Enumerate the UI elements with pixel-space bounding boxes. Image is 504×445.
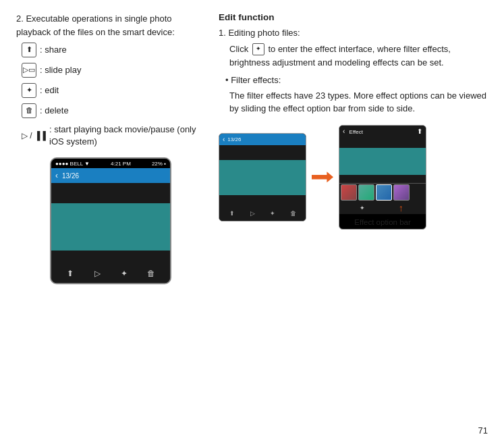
ec-teal-area: [339, 148, 426, 175]
effect-phone: ‹ Effect ⬆: [339, 125, 426, 230]
click-word: Click: [229, 44, 248, 54]
cursor-icon: ↑: [399, 203, 403, 213]
screenshot-phone-left: ‹ 13/26 ⬆ ▷ ✦ 🗑: [219, 133, 306, 221]
edit-icon: ✦: [22, 83, 36, 98]
signal-text: ●●●● BELL ▼: [55, 161, 90, 167]
sp-delete-icon: 🗑: [287, 208, 298, 219]
phone-toolbar: ⬆ ▷ ✦ 🗑: [51, 264, 170, 283]
edit-function-title: Edit function: [219, 12, 488, 22]
item1-description: Click ✦ to enter the effect interface, w…: [229, 43, 488, 70]
play-pause-label: : start playing back movie/pause (only i…: [49, 124, 205, 148]
play-pause-icon: ▷ / ▐▐: [22, 130, 46, 142]
status-bar: ●●●● BELL ▼ 4:21 PM 22% ▪: [51, 159, 170, 168]
filter-effects-bullet: • Filter effects:: [225, 75, 488, 85]
effect-option-bar-caption: Effect option bar: [339, 217, 426, 229]
filter-thumb-2: [358, 184, 374, 201]
phone-mockup-left: ●●●● BELL ▼ 4:21 PM 22% ▪ ‹ 13/26 ⬆ ▷ ✦ …: [50, 157, 171, 284]
effect-nav-bar: ‹ Effect ⬆: [339, 126, 426, 137]
sp-toolbar: ⬆ ▷ ✦ 🗑: [219, 206, 306, 221]
effect-nav-right-icon: ⬆: [417, 128, 422, 135]
sp-edit-icon: ✦: [267, 208, 278, 219]
photo-top-black: [51, 183, 170, 203]
numbered-item-2: 2. Executable operations in single photo…: [16, 12, 205, 38]
left-column: 2. Executable operations in single photo…: [16, 12, 212, 433]
edit-label: : edit: [40, 84, 59, 97]
nav-title: 13/26: [62, 172, 79, 180]
time-text: 4:21 PM: [111, 161, 131, 167]
sp-slide-icon: ▷: [247, 208, 258, 219]
right-column: Edit function 1. Editing photo files: Cl…: [212, 12, 488, 433]
right-arrow-icon: [312, 172, 333, 182]
arrow-container: [310, 172, 335, 182]
sp-share-icon: ⬆: [227, 208, 237, 219]
toolbar-delete-icon: 🗑: [144, 267, 158, 280]
filter-thumb-3-selected: [376, 184, 392, 201]
sp-nav-bar: ‹ 13/26: [219, 134, 306, 145]
item1-label: 1. Editing photo files:: [219, 26, 488, 40]
sp-nav-title: 13/26: [227, 136, 241, 142]
list-item-play-pause: ▷ / ▐▐ : start playing back movie/pause …: [22, 124, 205, 148]
sp-back-icon: ‹: [223, 136, 225, 143]
share-label: : share: [40, 44, 67, 56]
slide-icon: ▷▭: [22, 63, 36, 78]
list-item-share: ⬆ : share: [22, 43, 205, 57]
sp-teal-area: [219, 160, 306, 195]
sp-content-area: [219, 145, 306, 206]
delete-icon: 🗑: [22, 103, 36, 118]
effect-toolbar-bottom: ✦ ↑: [339, 202, 426, 214]
phone-content-area: [51, 183, 170, 264]
ec-bottom-black: [339, 175, 426, 183]
effect-nav-title: Effect: [349, 129, 363, 135]
list-item-edit: ✦ : edit: [22, 83, 205, 98]
list-item-slide: ▷▭ : slide play: [22, 63, 205, 78]
page-number: 71: [478, 425, 488, 436]
filter-description: The filter effects have 23 types. More e…: [229, 89, 488, 115]
sp-top-black: [219, 145, 306, 160]
phone-nav-bar: ‹ 13/26: [51, 168, 170, 183]
effect-star-icon: ✦: [360, 205, 365, 211]
delete-label: : delete: [40, 105, 69, 117]
share-icon: ⬆: [22, 43, 36, 57]
operations-list: ⬆ : share ▷▭ : slide play ✦ : edit 🗑 : d…: [22, 43, 205, 148]
toolbar-share-icon: ⬆: [63, 267, 77, 280]
photo-bottom-dark: [51, 251, 170, 264]
toolbar-slide-icon: ▷: [90, 267, 104, 280]
effect-back-icon: ‹: [343, 128, 345, 135]
screenshots-row: ‹ 13/26 ⬆ ▷ ✦ 🗑: [219, 125, 488, 230]
back-arrow-icon: ‹: [55, 171, 58, 180]
photo-teal-area: [51, 203, 170, 251]
slide-label: : slide play: [40, 64, 81, 76]
effect-content-area: [339, 137, 426, 183]
edit-button-icon: ✦: [252, 43, 264, 55]
ec-top-black: [339, 137, 426, 148]
sp-bottom-black: [219, 195, 306, 206]
filter-strip: [339, 183, 426, 202]
battery-text: 22% ▪: [152, 161, 166, 167]
filter-thumb-4: [393, 184, 410, 201]
list-item-delete: 🗑 : delete: [22, 103, 205, 118]
filter-thumb-1: [341, 184, 357, 201]
toolbar-edit-icon: ✦: [117, 267, 131, 280]
